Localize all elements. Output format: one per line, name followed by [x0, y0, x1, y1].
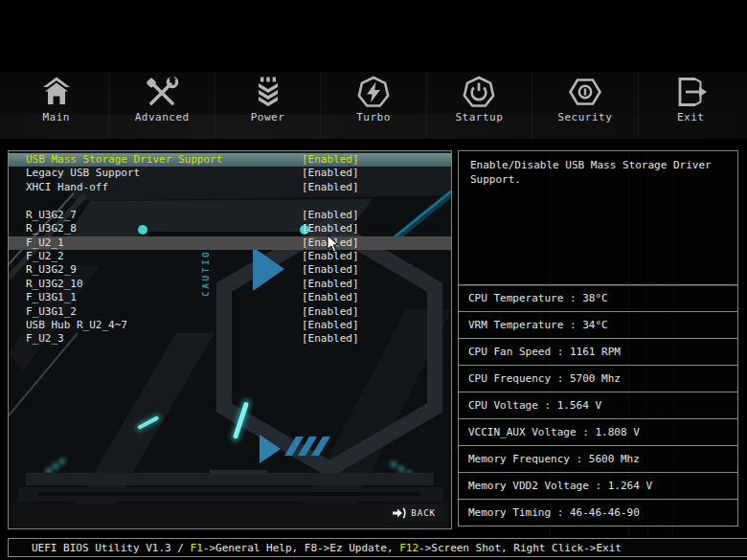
list-item[interactable]: F_U2_2[Enabled] [9, 250, 451, 263]
sensor-row: CPU Frequency : 5700 Mhz [458, 365, 738, 392]
list-item[interactable]: F_U2_1[Enabled] [9, 236, 451, 250]
back-arrow-icon [392, 507, 406, 519]
list-item[interactable]: Legacy USB Support[Enabled] [9, 167, 451, 180]
item-value: [Enabled] [302, 222, 359, 235]
sensor-row: Memory Frequency : 5600 Mhz [458, 445, 738, 473]
tab-label: Security [557, 111, 612, 123]
startup-icon [460, 76, 498, 108]
help-text: Enable/Disable USB Mass Storage Driver S… [470, 159, 712, 186]
list-item[interactable]: F_U3G1_1[Enabled] [9, 291, 451, 304]
sensor-row: VRM Temperature : 34°C [458, 311, 738, 339]
item-value: [Enabled] [302, 263, 359, 277]
tab-label: Exit [677, 111, 705, 123]
tab-label: Main [42, 111, 70, 123]
home-icon [37, 76, 76, 108]
back-label: BACK [411, 508, 436, 518]
help-panel: Enable/Disable USB Mass Storage Driver S… [458, 150, 738, 286]
tab-main[interactable]: Main [4, 72, 108, 139]
item-value: [Enabled] [302, 319, 359, 332]
item-label: R_U3G2_8 [26, 222, 77, 235]
item-value: [Enabled] [302, 209, 359, 222]
settings-rows: USB Mass Storage Driver Support[Enabled]… [9, 153, 451, 347]
item-label: F_U3G1_2 [26, 305, 77, 319]
turbo-icon [354, 76, 393, 108]
item-value: [Enabled] [302, 305, 359, 319]
list-item[interactable]: F_U2_3[Enabled] [9, 332, 451, 346]
sensor-row: CPU Voltage : 1.564 V [458, 392, 738, 419]
sensor-row: CPU Fan Speed : 1161 RPM [458, 338, 738, 366]
item-value: [Enabled] [302, 332, 359, 346]
status-text: ->Screen Shot, Right Click->Exit [419, 542, 622, 554]
item-label: R_U3G2_10 [26, 278, 83, 291]
bios-screen: Main Advanced Power Turbo Startup Securi… [0, 0, 747, 560]
tab-advanced[interactable]: Advanced [108, 72, 214, 139]
item-label: F_U2_1 [26, 236, 64, 250]
tab-turbo[interactable]: Turbo [320, 72, 425, 139]
item-label: R_U3G2_9 [26, 263, 77, 277]
item-value: [Enabled] [302, 181, 359, 194]
item-label: R_U3G2_7 [26, 209, 77, 222]
list-item[interactable]: USB Hub R_U2_4~7[Enabled] [9, 319, 451, 332]
tab-security[interactable]: Security [532, 72, 637, 139]
sensor-row: VCCIN_AUX Voltage : 1.808 V [458, 418, 738, 446]
tab-power[interactable]: Power [215, 72, 320, 139]
item-value: [Enabled] [302, 153, 359, 167]
list-item[interactable]: R_U3G2_8[Enabled] [9, 222, 451, 235]
top-nav: Main Advanced Power Turbo Startup Securi… [0, 72, 747, 139]
list-item[interactable]: R_U3G2_10[Enabled] [9, 278, 451, 291]
tab-label: Advanced [135, 111, 190, 123]
tab-startup[interactable]: Startup [426, 72, 532, 139]
status-hotkey: F1 [191, 542, 203, 554]
back-button[interactable]: BACK [385, 504, 444, 522]
exit-icon [671, 76, 710, 108]
item-value: [Enabled] [302, 167, 359, 180]
sensor-stack: CPU Temperature : 38°CVRM Temperature : … [458, 285, 738, 526]
sensor-row: Memory Timing : 46-46-46-90 [458, 499, 738, 526]
item-label: Legacy USB Support [26, 167, 140, 180]
tab-exit[interactable]: Exit [638, 72, 743, 139]
item-label: F_U3G1_1 [26, 291, 77, 304]
item-label: USB Hub R_U2_4~7 [26, 319, 127, 332]
status-text: UEFI BIOS Utility V1.3 / [32, 542, 191, 554]
item-label: F_U2_2 [26, 250, 64, 263]
list-item[interactable]: XHCI Hand-off[Enabled] [9, 181, 451, 194]
item-label: F_U2_3 [26, 332, 64, 346]
item-value: [Enabled] [302, 278, 359, 291]
security-icon [566, 76, 604, 108]
item-label: USB Mass Storage Driver Support [26, 153, 222, 167]
list-item[interactable]: USB Mass Storage Driver Support[Enabled] [9, 153, 451, 167]
tab-label: Startup [455, 111, 503, 123]
tab-label: Power [251, 111, 285, 123]
sensor-row: CPU Temperature : 38°C [458, 284, 738, 312]
item-value: [Enabled] [302, 291, 359, 304]
nav-tabs: Main Advanced Power Turbo Startup Securi… [4, 72, 743, 139]
list-item[interactable]: R_U3G2_7[Enabled] [9, 209, 451, 222]
item-value: [Enabled] [302, 236, 359, 250]
item-value: [Enabled] [302, 250, 359, 263]
status-bar: UEFI BIOS Utility V1.3 / F1->General Hel… [8, 538, 747, 557]
list-item[interactable]: F_U3G1_2[Enabled] [9, 305, 451, 319]
list-item[interactable]: R_U3G2_9[Enabled] [9, 263, 451, 277]
item-label: XHCI Hand-off [26, 181, 108, 194]
tools-icon [143, 76, 181, 108]
status-text: ->General Help, F8->Ez Update, [203, 542, 399, 554]
settings-panel: CAUTION [8, 150, 452, 529]
status-hotkey: F12 [399, 542, 419, 554]
tab-label: Turbo [356, 111, 391, 123]
power-icon [249, 76, 287, 108]
sensor-row: Memory VDD2 Voltage : 1.264 V [458, 472, 738, 500]
